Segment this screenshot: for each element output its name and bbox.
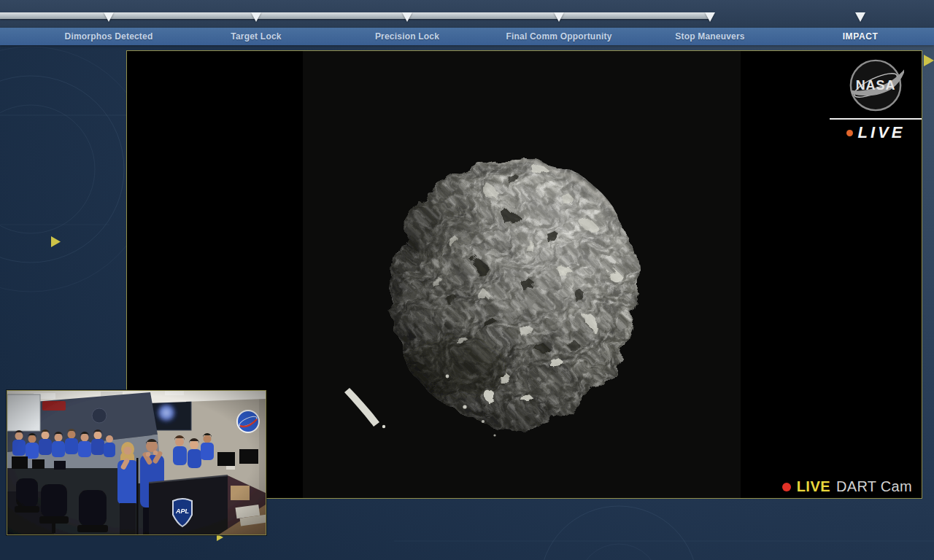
milestone-triangle-icon [705,12,715,22]
status-live-label: LIVE [797,478,830,495]
milestone-label-precision-lock: Precision Lock [375,31,439,42]
milestone-label-stop-maneuvers: Stop Maneuvers [675,31,745,42]
live-badge: LIVE [858,123,906,142]
status-camera-name: DART Cam [836,478,912,495]
live-dot-icon [846,130,853,136]
milestone-triangle-icon [554,12,564,22]
camera-status-bar: LIVE DART Cam [782,478,912,495]
milestone-label-dimorphos-detected: Dimorphos Detected [65,31,153,42]
draco-cam-view [303,51,741,498]
milestone-label-impact: IMPACT [843,31,879,42]
milestone-triangle-icon [402,12,412,22]
milestone-triangle-icon [104,12,114,22]
milestone-label-target-lock: Target Lock [231,31,281,42]
mission-control-scene: APL [7,391,266,534]
live-dot-icon [782,483,791,491]
milestone-label-final-comm: Final Comm Opportunity [506,31,611,42]
milestone-triangle-icon [251,12,261,22]
nasa-live-watermark: NASA LIVE [830,57,922,142]
mission-timeline: Dimorphos Detected Target Lock Precision… [0,0,934,45]
nasa-wordmark: NASA [856,77,896,93]
nasa-meatball-icon: NASA [847,57,904,114]
mission-control-pip: APL [7,390,266,535]
asteroid-dimorphos [303,51,741,498]
watermark-divider [830,118,922,120]
milestone-triangle-icon [855,12,865,22]
broadcast-stage: Dimorphos Detected Target Lock Precision… [0,0,934,560]
